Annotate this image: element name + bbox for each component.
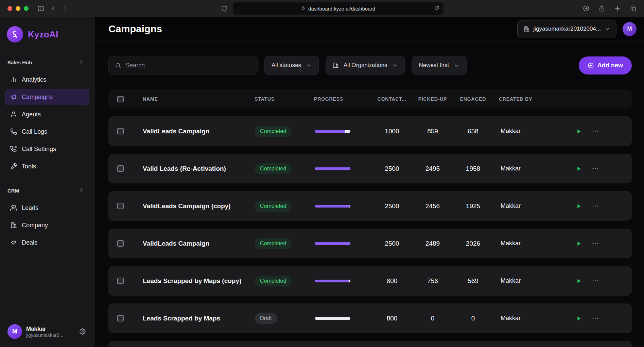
reload-icon[interactable] <box>434 5 439 12</box>
created-by: Makkar <box>495 277 560 284</box>
select-all-checkbox[interactable] <box>117 96 124 102</box>
column-header-name: NAME <box>132 96 255 102</box>
tab-overview-icon[interactable] <box>630 5 637 12</box>
search-box[interactable] <box>108 56 258 75</box>
picked-up-count: 859 <box>414 128 451 135</box>
sidebar-item-call-settings[interactable]: Call Settings <box>5 141 89 157</box>
unfold-icon <box>79 59 84 65</box>
sidebar-item-campaigns[interactable]: Campaigns <box>5 89 89 105</box>
analytics-icon <box>10 76 17 83</box>
play-button[interactable] <box>576 315 582 321</box>
play-button[interactable] <box>576 278 582 284</box>
campaign-name: ValidLeads Campaign <box>132 240 255 247</box>
column-header-engaged: ENGAGED <box>451 96 495 102</box>
table-row[interactable]: Leads Scrapped by Maps (copy) Completed … <box>108 266 632 296</box>
column-header-progress: PROGRESS <box>314 96 370 102</box>
table-row[interactable]: ValidLeads Campaign Completed 1000 859 6… <box>108 116 632 146</box>
search-input[interactable] <box>125 62 251 69</box>
new-tab-icon[interactable] <box>614 5 621 12</box>
table-row[interactable]: ValidLeads Campaign Completed 2500 2489 … <box>108 229 632 258</box>
building-icon <box>333 62 339 68</box>
play-button[interactable] <box>576 203 582 209</box>
sidebar-toggle-icon[interactable] <box>37 5 44 12</box>
table-header: NAME STATUS PROGRESS CONTACT... PICKED-U… <box>108 89 632 109</box>
section-sales-hub[interactable]: Sales Hub <box>0 55 95 69</box>
kyzoai-logo-icon <box>7 26 23 43</box>
play-button[interactable] <box>576 241 582 247</box>
user-footer[interactable]: M Makkar jigyasumakkar2... <box>0 317 95 347</box>
phone-settings-icon <box>10 146 17 152</box>
row-checkbox[interactable] <box>117 240 124 247</box>
status-filter-dropdown[interactable]: All statuses <box>264 56 319 75</box>
picked-up-count: 2495 <box>414 165 451 172</box>
sidebar-item-agents[interactable]: Agents <box>5 106 89 122</box>
minimize-window-button[interactable] <box>16 6 20 11</box>
status-badge: Completed <box>255 238 292 249</box>
more-options-button[interactable] <box>592 240 598 247</box>
section-label: Sales Hub <box>7 60 32 65</box>
table-row[interactable]: Valid Leads (Re-Activation) Completed 25… <box>108 154 632 183</box>
address-bar[interactable]: dashboard.kyzo.ai/dashboard <box>233 2 443 15</box>
progress-bar <box>315 317 350 320</box>
search-icon <box>115 62 121 69</box>
back-button[interactable] <box>50 5 56 12</box>
campaign-name: ValidLeads Campaign (copy) <box>132 202 255 210</box>
status-badge: Draft <box>255 313 277 324</box>
picked-up-count: 0 <box>414 315 451 322</box>
more-options-button[interactable] <box>592 203 598 209</box>
table-row[interactable]: ValidLeads Campaign (copy) Completed 250… <box>108 191 632 221</box>
downloads-icon[interactable] <box>583 5 590 12</box>
picked-up-count: 2456 <box>414 202 451 210</box>
sidebar-item-tools[interactable]: Tools <box>5 158 89 175</box>
sidebar-item-call-logs[interactable]: Call Logs <box>5 123 89 140</box>
more-options-button[interactable] <box>592 165 598 172</box>
share-icon[interactable] <box>598 5 605 12</box>
progress-bar <box>315 242 350 245</box>
table-row[interactable]: Leads Scrapped by Maps Draft 800 0 0 Mak… <box>108 303 632 333</box>
picked-up-count: 2489 <box>414 240 451 247</box>
building-icon <box>524 26 530 32</box>
organization-selector[interactable]: jigyasumakkar20102004... <box>517 20 616 38</box>
play-button[interactable] <box>576 128 582 134</box>
sort-dropdown[interactable]: Newest first <box>412 56 467 75</box>
browser-chrome: dashboard.kyzo.ai/dashboard <box>0 0 644 17</box>
close-window-button[interactable] <box>7 6 12 11</box>
zoom-window-button[interactable] <box>24 6 29 11</box>
status-badge: Completed <box>255 276 292 286</box>
add-new-button[interactable]: Add new <box>579 56 632 75</box>
campaign-name: Leads Scrapped by Maps <box>132 315 255 322</box>
gear-icon[interactable] <box>80 328 86 335</box>
organization-filter-label: All Organizations <box>344 62 387 69</box>
table-row-partial[interactable] <box>108 341 632 347</box>
row-checkbox[interactable] <box>117 203 124 209</box>
avatar: M <box>7 324 22 339</box>
avatar[interactable]: M <box>623 22 637 36</box>
more-options-button[interactable] <box>592 315 598 321</box>
play-button[interactable] <box>576 166 582 172</box>
users-icon <box>10 204 17 211</box>
sidebar-item-label: Analytics <box>22 76 46 83</box>
engaged-count: 658 <box>451 128 495 135</box>
column-header-status: STATUS <box>255 96 314 102</box>
status-badge: Completed <box>255 126 292 137</box>
more-options-button[interactable] <box>592 128 598 134</box>
created-by: Makkar <box>495 240 560 247</box>
organization-filter-dropdown[interactable]: All Organizations <box>326 56 405 75</box>
engaged-count: 0 <box>451 315 495 322</box>
privacy-shield-icon[interactable] <box>221 5 227 12</box>
unfold-icon <box>79 187 84 194</box>
section-crm[interactable]: CRM <box>0 184 95 197</box>
sidebar-item-deals[interactable]: Deals <box>5 234 89 251</box>
sidebar-item-leads[interactable]: Leads <box>5 200 89 216</box>
row-checkbox[interactable] <box>117 278 124 284</box>
row-checkbox[interactable] <box>117 165 124 172</box>
row-checkbox[interactable] <box>117 128 124 134</box>
sidebar-item-analytics[interactable]: Analytics <box>5 71 89 88</box>
sidebar-item-company[interactable]: Company <box>5 217 89 233</box>
row-checkbox[interactable] <box>117 315 124 321</box>
forward-button[interactable] <box>62 5 69 12</box>
section-label: CRM <box>7 188 19 194</box>
contacted-count: 800 <box>370 277 414 285</box>
more-options-button[interactable] <box>592 278 598 284</box>
column-header-contacted: CONTACT... <box>370 96 414 102</box>
